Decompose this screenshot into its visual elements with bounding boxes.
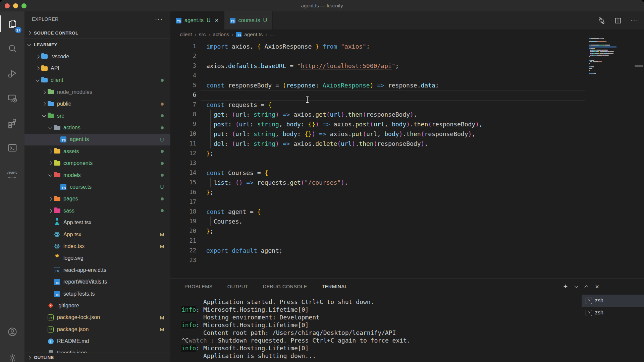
code-line-6[interactable]: 6 (170, 90, 644, 100)
code-text (196, 236, 206, 246)
editor-tab-course.ts[interactable]: TScourse.tsU (224, 11, 273, 29)
tree-item-.vscode[interactable]: .vscode (24, 51, 170, 62)
breadcrumb-item[interactable]: ... (270, 32, 274, 38)
maximize-panel-icon[interactable] (585, 285, 588, 289)
code-line-12[interactable]: 12}; (170, 148, 644, 158)
tree-item-react-app-env.d.ts[interactable]: TSreact-app-env.d.ts (24, 264, 170, 276)
code-editor[interactable]: 1import axios, { AxiosResponse } from "a… (170, 40, 644, 278)
code-line-13[interactable]: 13 (170, 158, 644, 168)
tree-item-API[interactable]: API (24, 62, 170, 74)
code-line-9[interactable]: 9 post: (url: string, body: {}) => axios… (170, 119, 644, 129)
code-line-14[interactable]: 14const Courses = { (170, 168, 644, 178)
terminal-box-icon (7, 142, 18, 153)
code-line-1[interactable]: 1import axios, { AxiosResponse } from "a… (170, 42, 644, 51)
code-line-5[interactable]: 5const responseBody = (response: AxiosRe… (170, 80, 644, 90)
terminal-instance-zsh[interactable]: zsh (582, 295, 644, 307)
tree-item-App.tsx[interactable]: App.tsxM (24, 229, 170, 240)
breadcrumb-item[interactable]: actions (213, 32, 229, 38)
folder-icon (53, 161, 61, 166)
activity-bar-item-aws-icon[interactable]: aws (0, 160, 24, 185)
tree-item-sass[interactable]: sass (24, 205, 170, 217)
tree-item-README.md[interactable]: iREADME.md (24, 335, 170, 347)
code-line-16[interactable]: 16}; (170, 187, 644, 197)
activity-bar-item-search-icon[interactable] (0, 36, 24, 61)
code-line-20[interactable]: 20}; (170, 226, 644, 236)
tree-item-tsconfig.json[interactable]: tsconfig.json (24, 347, 170, 353)
breadcrumb[interactable]: client›src›actions›TSagent.ts›... (170, 29, 644, 40)
activity-bar-item-run-debug-icon[interactable] (0, 61, 24, 86)
line-number: 21 (170, 236, 196, 246)
tree-item-client[interactable]: client (24, 74, 170, 86)
panel-tab-output[interactable]: OUTPUT (227, 279, 248, 295)
new-terminal-icon[interactable]: + (563, 283, 568, 290)
activity-bar-item-explorer-icon[interactable]: 17 (0, 11, 24, 36)
panel-tab-problems[interactable]: PROBLEMS (184, 279, 213, 295)
activity-bar-item-remote-explorer-icon[interactable] (0, 86, 24, 111)
terminal-dropdown-icon[interactable] (575, 284, 578, 288)
code-line-18[interactable]: 18const agent = { (170, 207, 644, 217)
tree-item-.gitignore[interactable]: .gitignore (24, 300, 170, 311)
section-workspace[interactable]: LEARNIFY (24, 39, 170, 50)
tree-item-setupTests.ts[interactable]: TSsetupTests.ts (24, 288, 170, 300)
git-status-dot-wrap (158, 162, 166, 165)
scrollbar-handle[interactable] (635, 65, 643, 67)
open-changes-icon[interactable] (597, 16, 606, 25)
code-line-22[interactable]: 22export default agent; (170, 246, 644, 255)
code-line-8[interactable]: 8 get: (url: string) => axios.get(url).t… (170, 110, 644, 119)
tree-item-components[interactable]: components (24, 158, 170, 169)
more-actions-icon[interactable]: ··· (630, 17, 639, 24)
tree-item-course.ts[interactable]: TScourse.tsU (24, 181, 170, 193)
tree-item-pages[interactable]: pages (24, 193, 170, 205)
terminal-instance-zsh[interactable]: zsh (582, 307, 644, 319)
breadcrumb-item[interactable]: src (199, 32, 206, 38)
section-outline[interactable]: OUTLINE (24, 353, 170, 362)
breadcrumb-item[interactable]: client (180, 32, 192, 38)
editor-tab-bar: TSagent.tsU×TScourse.tsU (170, 11, 644, 29)
tree-item-logo.svg[interactable]: *logo.svg (24, 252, 170, 264)
tree-item-package.json[interactable]: JSpackage.jsonM (24, 323, 170, 335)
editor-tab-agent.ts[interactable]: TSagent.tsU× (170, 11, 224, 29)
activity-bar-item-extensions-icon[interactable] (0, 111, 24, 135)
title-bar[interactable]: agent.ts — learnify (0, 0, 644, 12)
breadcrumb-item[interactable]: agent.ts (244, 32, 263, 38)
tree-item-reportWebVitals.ts[interactable]: TSreportWebVitals.ts (24, 276, 170, 288)
panel-tab-terminal[interactable]: TERMINAL (322, 279, 348, 295)
more-actions-icon[interactable]: ··· (155, 17, 163, 21)
activity-bar-item-settings-gear-icon[interactable] (0, 349, 24, 362)
tree-item-agent.ts[interactable]: TSagent.tsU (24, 134, 170, 145)
tree-item-index.tsx[interactable]: index.tsxM (24, 240, 170, 252)
tree-item-src[interactable]: src (24, 110, 170, 122)
close-tab-icon[interactable]: × (215, 17, 219, 24)
tree-item-node-modules[interactable]: node_modules (24, 86, 170, 98)
code-line-4[interactable]: 4 (170, 71, 644, 80)
tree-item-public[interactable]: public (24, 98, 170, 110)
split-editor-icon[interactable] (614, 16, 622, 25)
code-line-23[interactable]: 23 (170, 255, 644, 265)
activity-bar-item-account-icon[interactable] (0, 322, 24, 341)
code-line-2[interactable]: 2 (170, 51, 644, 61)
search-icon (7, 43, 18, 54)
panel-tab-debug-console[interactable]: DEBUG CONSOLE (263, 279, 307, 295)
tree-item-actions[interactable]: actions (24, 122, 170, 133)
tree-item-label: sass (63, 208, 74, 214)
code-line-17[interactable]: 17 (170, 197, 644, 207)
code-line-11[interactable]: 11 del: (url: string) => axios.delete(ur… (170, 139, 644, 148)
minimap[interactable] (589, 38, 616, 76)
close-panel-icon[interactable]: × (595, 283, 599, 291)
activity-bar-item-terminal-box-icon[interactable] (0, 135, 24, 160)
editor-actions: ··· (597, 11, 639, 29)
tree-item-package-lock.json[interactable]: JSpackage-lock.jsonM (24, 312, 170, 323)
terminal-output[interactable]: Application started. Press Ctrl+C to shu… (181, 298, 577, 362)
tree-item-assets[interactable]: assets (24, 145, 170, 157)
folder-icon (41, 54, 48, 59)
code-line-19[interactable]: 19 Courses, (170, 217, 644, 226)
section-source-control[interactable]: SOURCE CONTROL (24, 27, 170, 39)
tree-item-App.test.tsx[interactable]: App.test.tsx (24, 217, 170, 228)
code-line-10[interactable]: 10 put: (url: string, body: {}) => axios… (170, 129, 644, 139)
tree-item-models[interactable]: models (24, 169, 170, 181)
code-line-7[interactable]: 7const requests = { (170, 100, 644, 110)
code-line-21[interactable]: 21 (170, 236, 644, 246)
git-status-dot (161, 174, 164, 177)
code-line-15[interactable]: 15 list: () => requests.get("/courses"), (170, 178, 644, 187)
code-line-3[interactable]: 3axios.defaults.baseURL = "http://localh… (170, 61, 644, 71)
